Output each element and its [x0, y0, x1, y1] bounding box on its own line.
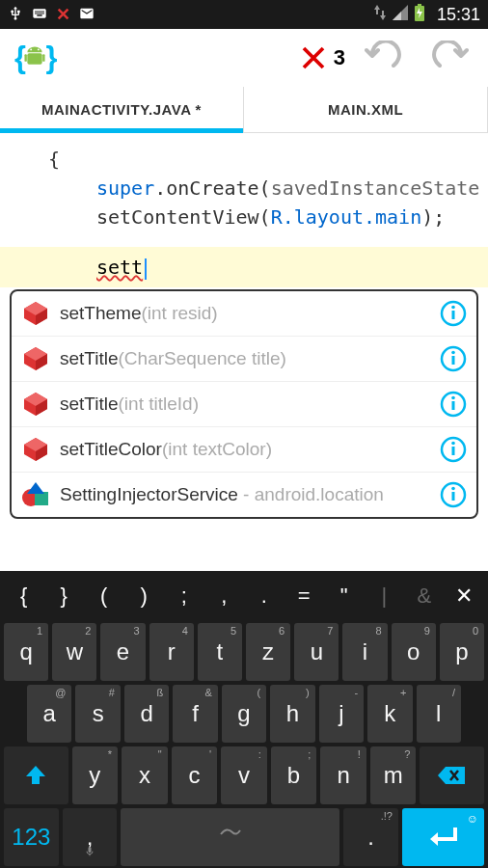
letter-key-u[interactable]: u7	[294, 623, 339, 681]
code-editor[interactable]: { super.onCreate(savedInstanceState setC…	[0, 133, 488, 287]
autocomplete-label: setTheme(int resid)	[60, 303, 430, 324]
svg-rect-0	[418, 4, 421, 6]
file-tabs: MAINACTIVITY.JAVA * MAIN.XML	[0, 87, 488, 133]
letter-key-b[interactable]: b;	[271, 746, 317, 804]
symbol-key[interactable]: ,	[204, 583, 245, 609]
enter-key[interactable]: ☺	[402, 808, 484, 866]
shift-icon	[24, 764, 47, 787]
svg-text:}: }	[46, 41, 58, 74]
autocomplete-item[interactable]: setTitle(int titleId)	[12, 382, 476, 427]
svg-rect-4	[27, 53, 41, 65]
letter-key-o[interactable]: o9	[392, 623, 436, 681]
letter-key-w[interactable]: w2	[52, 623, 96, 681]
letter-key-n[interactable]: n!	[320, 746, 366, 804]
swiftkey-icon	[219, 823, 242, 852]
backspace-icon	[438, 765, 467, 786]
letter-key-s[interactable]: s#	[75, 685, 120, 743]
redo-button[interactable]	[422, 41, 476, 75]
letter-key-l[interactable]: l/	[417, 685, 461, 743]
keyboard-icon	[31, 6, 48, 24]
symbol-key[interactable]: "	[324, 583, 365, 609]
backspace-key[interactable]	[420, 746, 484, 804]
symbol-key[interactable]: |	[365, 583, 405, 609]
letter-key-p[interactable]: p0	[440, 623, 484, 681]
symbol-key[interactable]: .	[244, 583, 285, 609]
svg-rect-16	[452, 401, 455, 410]
symbol-key[interactable]: ;	[164, 583, 204, 609]
letter-key-y[interactable]: y*	[72, 746, 119, 804]
letter-key-k[interactable]: k+	[367, 685, 412, 743]
autocomplete-label: SettingInjectorService - android.locatio…	[60, 484, 430, 505]
usb-icon	[8, 6, 23, 24]
error-count-indicator[interactable]: 3	[299, 43, 345, 72]
letter-key-d[interactable]: dß	[124, 685, 169, 743]
autocomplete-item[interactable]: SettingInjectorService - android.locatio…	[12, 473, 476, 517]
typed-text: sett	[96, 256, 143, 279]
letter-key-x[interactable]: x"	[122, 746, 168, 804]
autocomplete-item[interactable]: setTheme(int resid)	[12, 291, 476, 337]
keyboard-close-key[interactable]: ✕	[445, 583, 485, 609]
tab-mainxml[interactable]: MAIN.XML	[244, 87, 488, 132]
symbol-key[interactable]: (	[84, 583, 124, 609]
comma-key[interactable]: ,	[63, 808, 118, 866]
letter-key-e[interactable]: e3	[100, 623, 145, 681]
method-icon	[21, 299, 50, 328]
symbol-key[interactable]: }	[44, 583, 85, 609]
autocomplete-item[interactable]: setTitleColor(int textColor)	[12, 427, 476, 473]
letter-key-f[interactable]: f&	[173, 685, 217, 743]
letter-key-g[interactable]: g(	[222, 685, 266, 743]
autocomplete-label: setTitle(CharSequence title)	[60, 348, 430, 369]
undo-button[interactable]	[357, 41, 411, 75]
app-toolbar: { } 3	[0, 29, 488, 87]
space-key[interactable]	[121, 808, 339, 866]
method-icon	[21, 344, 50, 373]
symbol-key[interactable]: )	[124, 583, 165, 609]
letter-key-a[interactable]: a@	[27, 685, 71, 743]
info-icon[interactable]	[440, 436, 467, 463]
status-time: 15:31	[437, 5, 480, 25]
svg-rect-10	[452, 311, 455, 319]
letter-key-j[interactable]: j-	[319, 685, 364, 743]
error-count-label: 3	[334, 45, 345, 70]
shift-key[interactable]	[4, 746, 68, 804]
svg-rect-24	[452, 492, 455, 501]
code-line: setContentView(R.layout.main);	[0, 203, 488, 231]
letter-key-c[interactable]: c'	[172, 746, 218, 804]
autocomplete-item[interactable]: setTitle(CharSequence title)	[12, 337, 476, 382]
info-icon[interactable]	[440, 481, 467, 508]
svg-point-5	[30, 48, 32, 50]
tab-label: MAINACTIVITY.JAVA *	[41, 101, 202, 118]
letter-key-r[interactable]: r4	[149, 623, 194, 681]
info-icon[interactable]	[440, 391, 467, 418]
numeric-key[interactable]: 123	[4, 808, 59, 866]
code-line: {	[0, 145, 488, 174]
letter-key-m[interactable]: m?	[370, 746, 417, 804]
period-key[interactable]: ..!?	[343, 808, 398, 866]
symbol-key[interactable]: =	[285, 583, 325, 609]
tab-mainactivity[interactable]: MAINACTIVITY.JAVA *	[0, 87, 244, 132]
svg-point-11	[451, 306, 455, 310]
app-icon[interactable]: { }	[12, 35, 58, 81]
letter-key-q[interactable]: q1	[4, 623, 48, 681]
cursor	[145, 258, 147, 280]
signal-icon	[393, 5, 408, 25]
symbol-key[interactable]: &	[404, 583, 445, 609]
data-icon	[373, 5, 387, 25]
letter-key-t[interactable]: t5	[198, 623, 242, 681]
svg-point-14	[451, 351, 455, 355]
letter-key-z[interactable]: z6	[246, 623, 290, 681]
svg-rect-19	[452, 447, 455, 455]
letter-key-i[interactable]: i8	[342, 623, 387, 681]
info-icon[interactable]	[440, 345, 467, 372]
svg-point-6	[38, 48, 40, 50]
svg-point-25	[451, 487, 455, 491]
svg-rect-7	[24, 54, 26, 62]
svg-text:{: {	[14, 41, 26, 74]
info-icon[interactable]	[440, 300, 467, 327]
letter-key-h[interactable]: h)	[270, 685, 314, 743]
letter-key-v[interactable]: v:	[221, 746, 267, 804]
mic-icon	[84, 836, 95, 863]
method-icon	[21, 435, 50, 464]
autocomplete-label: setTitleColor(int textColor)	[60, 439, 430, 460]
symbol-key[interactable]: {	[4, 583, 44, 609]
